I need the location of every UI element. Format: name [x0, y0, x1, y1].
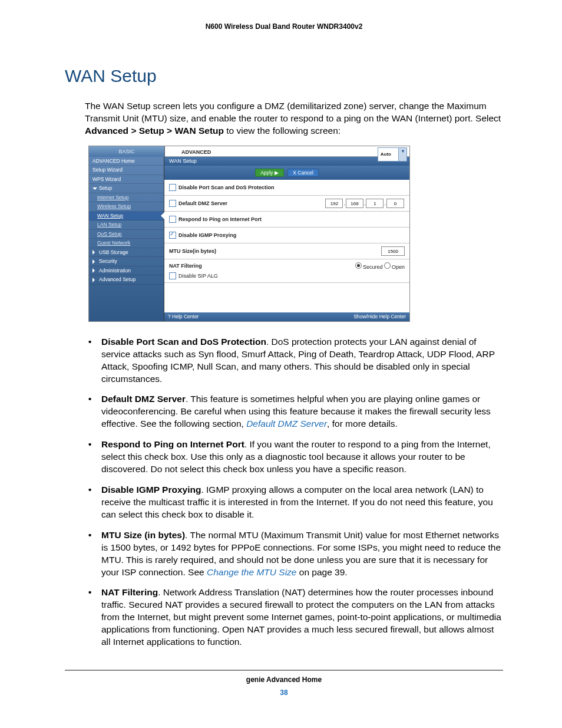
nav-usb-label: USB Storage — [99, 250, 128, 255]
radio-icon — [355, 262, 362, 269]
nav-wps-wizard[interactable]: WPS Wizard — [89, 175, 164, 185]
nav-guest-network[interactable]: Guest Network — [89, 239, 164, 248]
list-item: Default DMZ Server. This feature is some… — [85, 393, 503, 430]
intro-path-bold: Advanced > Setup > WAN Setup — [85, 126, 224, 136]
nav-setup-group[interactable]: Setup — [89, 184, 164, 193]
chevron-right-icon — [92, 250, 97, 255]
item-text: , for more details. — [327, 419, 398, 429]
mtu-size-link[interactable]: Change the MTU Size — [207, 567, 297, 577]
dmz-checkbox[interactable] — [169, 200, 176, 207]
nav-advsetup-label: Advanced Setup — [99, 277, 135, 282]
wan-setup-screenshot: BASIC ADVANCED Auto ▾ ADVANCED Home Setu… — [88, 146, 410, 322]
item-text: . Network Address Translation (NAT) dete… — [101, 587, 501, 647]
apply-button[interactable]: Apply ▶ — [255, 169, 284, 177]
intro-text-a: The WAN Setup screen lets you configure … — [85, 101, 501, 123]
list-item: Disable Port Scan and DoS Protection. Do… — [85, 336, 503, 386]
disable-igmp-label: Disable IGMP Proxying — [178, 233, 405, 238]
tab-basic[interactable]: BASIC — [89, 146, 165, 157]
footer-page-number: 38 — [65, 689, 503, 697]
disable-igmp-checkbox[interactable] — [169, 232, 176, 239]
chevron-down-icon — [92, 187, 97, 192]
mtu-label: MTU Size(in bytes) — [169, 249, 381, 254]
respond-ping-checkbox[interactable] — [169, 216, 176, 223]
footer-chapter: genie Advanced Home — [65, 676, 503, 684]
dmz-ip-4[interactable] — [386, 199, 404, 208]
chevron-down-icon[interactable]: ▾ — [399, 147, 407, 162]
disable-sip-label: Disable SIP ALG — [178, 274, 218, 279]
intro-paragraph: The WAN Setup screen lets you configure … — [85, 100, 503, 137]
item-name: Disable Port Scan and DoS Protection — [101, 337, 266, 347]
help-toggle-link[interactable]: Show/Hide Help Center — [353, 314, 406, 319]
dmz-label: Default DMZ Server — [178, 201, 325, 206]
dmz-ip-2[interactable] — [346, 199, 363, 208]
disable-dos-checkbox[interactable] — [169, 184, 176, 191]
nat-label: NAT Filtering — [169, 263, 355, 269]
panel-title: WAN Setup — [164, 157, 409, 166]
respond-ping-label: Respond to Ping on Internet Port — [178, 217, 405, 222]
language-select-value: Auto — [378, 147, 399, 162]
nav-usb-storage[interactable]: USB Storage — [89, 248, 164, 258]
nav-setup-wizard[interactable]: Setup Wizard — [89, 166, 164, 175]
item-text: on page 39. — [296, 567, 347, 577]
nat-secured-option[interactable]: Secured — [355, 262, 383, 270]
doc-header-title: N600 Wireless Dual Band Router WNDR3400v… — [65, 22, 503, 31]
nav-admin-label: Administration — [99, 268, 131, 274]
chevron-right-icon — [92, 259, 97, 264]
chevron-right-icon — [92, 268, 97, 273]
list-item: MTU Size (in bytes). The normal MTU (Max… — [85, 529, 503, 579]
nav-internet-setup[interactable]: Internet Setup — [89, 193, 164, 203]
nav-wan-setup[interactable]: WAN Setup — [89, 212, 164, 221]
mtu-input[interactable] — [381, 246, 405, 256]
chevron-right-icon — [92, 278, 97, 282]
nav-advanced-home[interactable]: ADVANCED Home — [89, 157, 164, 166]
item-name: Respond to Ping on Internet Port — [101, 439, 244, 449]
list-item: NAT Filtering. Network Address Translati… — [85, 587, 503, 648]
dmz-server-link[interactable]: Default DMZ Server — [246, 419, 327, 429]
nav-wireless-setup[interactable]: Wireless Setup — [89, 202, 164, 212]
radio-icon — [384, 262, 391, 269]
dmz-ip-1[interactable] — [325, 199, 343, 208]
disable-dos-label: Disable Port Scan and DoS Protection — [178, 185, 405, 190]
item-name: Disable IGMP Proxying — [101, 485, 201, 495]
feature-description-list: Disable Port Scan and DoS Protection. Do… — [85, 336, 503, 648]
dmz-ip-3[interactable] — [366, 199, 384, 208]
nat-open-label: Open — [392, 264, 405, 270]
disable-sip-checkbox[interactable] — [169, 272, 176, 279]
tab-advanced[interactable]: ADVANCED Auto ▾ — [165, 146, 409, 157]
item-name: NAT Filtering — [101, 587, 158, 597]
help-center-link[interactable]: ? Help Center — [168, 314, 199, 319]
nav-security-label: Security — [99, 259, 117, 264]
nav-qos-setup[interactable]: QoS Setup — [89, 230, 164, 239]
nav-lan-setup[interactable]: LAN Setup — [89, 220, 164, 230]
nav-setup-label: Setup — [99, 186, 112, 191]
language-select[interactable]: Auto ▾ — [378, 147, 407, 162]
list-item: Disable IGMP Proxying. IGMP proxying all… — [85, 484, 503, 521]
nav-advanced-setup[interactable]: Advanced Setup — [89, 275, 164, 285]
nav-security[interactable]: Security — [89, 257, 164, 266]
tab-advanced-label: ADVANCED — [181, 149, 211, 155]
nav-administration[interactable]: Administration — [89, 266, 164, 276]
page-footer: genie Advanced Home 38 — [65, 670, 503, 697]
section-title: WAN Setup — [65, 66, 503, 86]
nat-secured-label: Secured — [363, 264, 383, 270]
intro-text-b: to view the following screen: — [226, 126, 340, 136]
cancel-button[interactable]: X Cancel — [287, 169, 319, 177]
item-name: MTU Size (in bytes) — [101, 530, 185, 540]
item-name: Default DMZ Server — [101, 394, 186, 404]
nat-open-option[interactable]: Open — [384, 262, 405, 270]
list-item: Respond to Ping on Internet Port. If you… — [85, 439, 503, 476]
sidebar-nav: ADVANCED Home Setup Wizard WPS Wizard Se… — [89, 157, 164, 321]
